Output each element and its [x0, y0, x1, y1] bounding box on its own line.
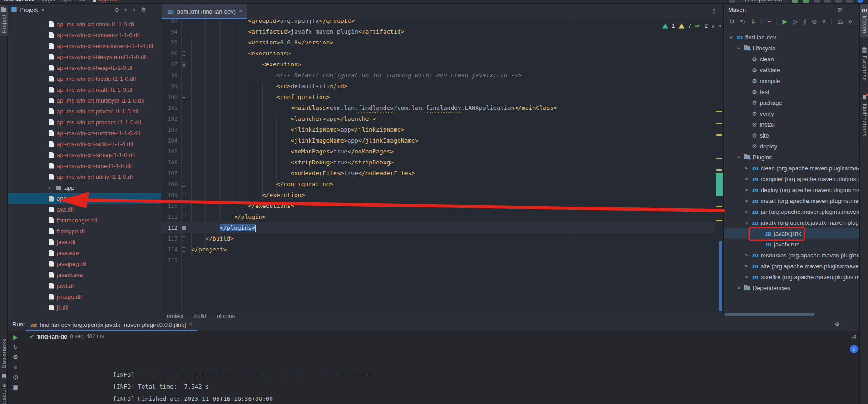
maven-tree-item[interactable]: > m compiler (org.apache.maven.plugins:m… [724, 173, 860, 184]
maven-tree-item[interactable]: > m clean (org.apache.maven.plugins:mave… [724, 163, 860, 173]
project-panel-title[interactable]: Project [20, 6, 38, 13]
search-everywhere-icon[interactable] [835, 0, 842, 3]
prev-problem-icon[interactable]: ∧ [711, 24, 715, 29]
project-tree-item[interactable]: ▸ java.exe [8, 247, 161, 258]
maven-toolbar-icon[interactable]: ⇓ [750, 18, 756, 25]
code-line[interactable]: 96 <executions> [161, 48, 715, 59]
code-line[interactable]: 108 </configuration> [161, 179, 715, 190]
code-line[interactable]: 112 </plugins> [161, 222, 715, 233]
project-tree-item[interactable]: ▸ api-ms-win-crt-filesystem-l1-1-0.dll [8, 51, 161, 62]
project-tree-item[interactable]: ▸ api-ms-win-crt-string-l1-1-0.dll [8, 149, 161, 160]
project-tree-item[interactable]: ▸ api-ms-win-crt-utility-l1-1-0.dll [8, 171, 161, 182]
maven-tree-item[interactable]: > m find-lan-dev [724, 32, 860, 43]
maven-toolbar-icon[interactable] [776, 18, 777, 25]
tool-stripe-maven[interactable]: m Maven [860, 4, 868, 37]
maven-tree-item[interactable]: m javafx:run [724, 239, 860, 250]
run-toolbar-icon[interactable]: ⚙ [13, 354, 18, 360]
code-line[interactable]: 110 </executions> [161, 201, 715, 212]
maven-tree-item[interactable]: > m deploy (org.apache.maven.plugins:mav… [724, 184, 860, 195]
maven-toolbar-icon[interactable]: ↻ [729, 18, 735, 25]
run-configuration-combo[interactable]: LANApplication [740, 0, 787, 4]
fold-marker-icon[interactable] [178, 95, 190, 99]
maven-tree-item[interactable]: > m jar (org.apache.maven.plugins:maven-… [724, 206, 860, 217]
maven-tree-item[interactable]: > m site (org.apache.maven.plugins:maven… [724, 261, 860, 271]
maven-tree-item[interactable]: > Plugins [724, 152, 860, 163]
maven-tree-item[interactable]: ⚙ compile [724, 75, 860, 86]
code-line[interactable]: 115 [161, 255, 715, 266]
fold-marker-icon[interactable] [178, 182, 190, 187]
maven-tree-item[interactable]: > m resources (org.apache.maven.plugins:… [724, 250, 860, 261]
maven-tree-item[interactable]: ⚙ verify [724, 108, 860, 119]
project-tree-item[interactable]: ▸ api-ms-win-crt-conio-l1-1-0.dll [8, 19, 161, 30]
run-toolbar-icon[interactable]: ▶ [13, 334, 18, 340]
tool-stripe-structure[interactable]: Structure [1, 384, 7, 404]
code-line[interactable]: 104 <jlinkImageName>app</jlinkImageName> [161, 135, 715, 146]
project-tree-item[interactable]: ▸ api-ms-win-crt-convert-l1-1-0.dll [8, 30, 161, 40]
project-tree-item[interactable]: ▸ jli.dll [8, 302, 161, 313]
project-tree-item[interactable]: ▸ api-ms-win-crt-process-l1-1-0.dll [8, 117, 161, 128]
code-line[interactable]: 113 </build> [161, 233, 715, 244]
code-line[interactable]: 106 <stripDebug>true</stripDebug> [161, 157, 715, 168]
fold-marker-icon[interactable] [178, 226, 190, 230]
run-header-icon[interactable]: — [847, 321, 853, 328]
breadcrumb-item[interactable]: target [41, 0, 55, 3]
notifications-icon[interactable] [857, 0, 863, 3]
code-line[interactable]: 114 </project> [161, 244, 715, 255]
maven-h-scrollbar[interactable] [724, 313, 815, 316]
project-tree-item[interactable]: ▸ api-ms-win-crt-math-l1-1-0.dll [8, 84, 161, 95]
code-line[interactable]: 103 <jlinkZipName>app</jlinkZipName> [161, 124, 715, 135]
project-tree-item[interactable]: ▸ freetype.dll [8, 226, 161, 236]
code-line[interactable]: 93 <groupId>org.openjfx</groupId> [161, 19, 715, 26]
close-icon[interactable]: × [189, 321, 192, 328]
maven-tree-item[interactable]: ⚙ install [724, 119, 860, 130]
run-header-icon[interactable]: ⚙ [834, 321, 840, 328]
tool-stripe-database[interactable]: Database [860, 44, 868, 84]
project-tree-item[interactable]: ▸ jawt.dll [8, 280, 161, 291]
maven-toolbar-icon[interactable]: ⚖ [837, 18, 843, 25]
maven-tree-item[interactable]: > Lifecycle [724, 43, 860, 54]
maven-tree-item[interactable]: ⚙ site [724, 130, 860, 141]
project-tree-item[interactable]: ▸ jimage.dll [8, 291, 161, 302]
fold-marker-icon[interactable] [178, 236, 190, 241]
maven-toolbar-icon[interactable]: ⊘ [812, 18, 817, 25]
code-line[interactable]: 101 <mainClass>com.lan.findlandev/com.la… [161, 103, 715, 113]
project-toolbar-icon[interactable]: — [151, 6, 157, 13]
maven-toolbar-icon[interactable]: « [821, 20, 828, 23]
project-tree-item[interactable]: ▸ javaw.exe [8, 269, 161, 280]
maven-toolbar-icon[interactable]: ⟲ [740, 18, 745, 25]
project-toolbar-icon[interactable]: ⊕ [114, 6, 119, 13]
project-toolbar-icon[interactable]: ⚙ [141, 6, 146, 13]
code-line[interactable]: 99 <id>default-cli</id> [161, 81, 715, 92]
maven-tree-item[interactable]: > Dependencies [724, 282, 860, 293]
project-tree-item[interactable]: ▸ api-ms-win-crt-private-l1-1-0.dll [8, 106, 161, 117]
maven-header-icon[interactable]: ⚙ [837, 6, 843, 13]
run-tab[interactable]: m find-lan-dev [org.openjfx:javafx-maven… [26, 318, 197, 331]
soft-wrap-icon[interactable]: ⏎ [851, 335, 856, 341]
maven-tree-item[interactable]: > m surefire (org.apache.maven.plugins:m… [724, 271, 860, 282]
inspections-widget[interactable]: 1 7 ✔✔2 ∧ ∨ [662, 23, 722, 29]
maven-toolbar-icon[interactable]: + [767, 18, 771, 25]
code-line[interactable]: 95 <version>0.0.8</version> [161, 37, 715, 48]
fold-marker-icon[interactable] [178, 247, 190, 252]
project-tree-item[interactable]: ▸ app [8, 182, 161, 193]
project-tree-item[interactable]: ▸ api-ms-win-crt-stdio-l1-1-0.dll [8, 138, 161, 149]
code-line[interactable]: 94 <artifactId>javafx-maven-plugin</arti… [161, 26, 715, 37]
maven-toolbar-icon[interactable] [761, 18, 762, 25]
project-tree-item[interactable]: ▸ api-ms-win-crt-multibyte-l1-1-0.dll [8, 95, 161, 106]
code-area[interactable]: 93 <groupId>org.openjfx</groupId> 94 <ar… [161, 19, 723, 311]
maven-tree-item[interactable]: > m install (org.apache.maven.plugins:ma… [724, 195, 860, 206]
fold-marker-icon[interactable] [178, 215, 190, 219]
next-problem-icon[interactable]: ∨ [719, 24, 722, 29]
tab-pom-xml[interactable]: m pom.xml (find-lan-dev) × [162, 4, 247, 19]
tool-stripe-notifications[interactable]: Notifications [860, 91, 868, 140]
project-toolbar-icon[interactable]: « [131, 8, 138, 11]
maven-toolbar-icon[interactable]: » [848, 18, 852, 25]
fold-marker-icon[interactable] [178, 51, 190, 56]
project-tree-item[interactable]: ▸ api-ms-win-crt-environment-l1-1-0.dll [8, 40, 161, 51]
coverage-button[interactable] [814, 0, 820, 3]
maven-toolbar-icon[interactable]: ∦ [803, 18, 806, 25]
code-line[interactable]: 100 <configuration> [161, 92, 715, 103]
fold-marker-icon[interactable] [178, 62, 190, 67]
chevron-down-icon[interactable]: ▼ [40, 7, 45, 12]
close-icon[interactable]: × [239, 8, 242, 15]
